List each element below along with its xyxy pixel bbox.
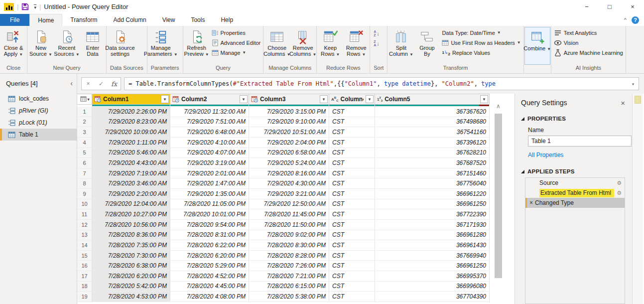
right-edge-scrollbar[interactable] [632, 94, 643, 304]
row-number[interactable]: 4 [77, 138, 92, 148]
maximize-button[interactable]: □ [598, 0, 621, 13]
cell[interactable]: CST [329, 189, 375, 199]
collapse-ribbon-icon[interactable]: ^ [624, 17, 627, 23]
cell[interactable]: 7/29/2020 4:10:00 AM [170, 138, 249, 148]
cell[interactable]: 7/29/2020 2:04:00 PM [249, 138, 329, 148]
group-by-button[interactable]: GroupBy [414, 27, 440, 65]
fx-icon[interactable]: fx [108, 80, 121, 88]
cell[interactable]: 7/28/2020 6:15:00 PM [249, 282, 329, 292]
minimize-button[interactable]: − [575, 0, 598, 13]
cell[interactable]: 7/29/2020 12:50:00 AM [249, 199, 329, 209]
cell[interactable]: 367151460 [375, 168, 490, 178]
cell[interactable]: 7/29/2020 9:10:00 AM [249, 117, 329, 127]
cell[interactable]: 7/28/2020 4:53:00 PM [92, 292, 170, 302]
scrollbar-thumb[interactable] [495, 114, 502, 278]
sort-az-button[interactable]: AZ↓ [374, 30, 380, 37]
step-settings-gear-icon[interactable]: ⚙ [617, 180, 622, 186]
row-number[interactable]: 6 [77, 158, 92, 168]
cell[interactable]: 7/29/2020 5:24:00 AM [249, 158, 329, 168]
cell[interactable]: 7/28/2020 7:35:00 PM [92, 240, 170, 250]
column-filter-icon[interactable]: ▼ [366, 95, 374, 103]
tab-view[interactable]: View [154, 14, 183, 26]
row-number[interactable]: 3 [77, 127, 92, 137]
cell[interactable]: 7/29/2020 1:47:00 AM [170, 178, 249, 188]
cell[interactable]: 367722390 [375, 209, 490, 219]
cell[interactable]: CST [329, 178, 375, 188]
query-item-priver-gi-[interactable]: pRiver (GI) [0, 105, 77, 117]
applied-step-changed-type[interactable]: ×Changed Type [525, 198, 625, 208]
help-icon[interactable]: ? [632, 16, 639, 24]
cell[interactable]: CST [329, 220, 375, 230]
manage-parameters-button[interactable]: ManageParameters ▼ [148, 27, 174, 65]
column-filter-icon[interactable]: ▼ [161, 95, 169, 103]
row-number[interactable]: 9 [77, 189, 92, 199]
row-number[interactable]: 5 [77, 148, 92, 158]
row-number[interactable]: 10 [77, 199, 92, 209]
cell[interactable]: 7/29/2020 3:21:00 AM [249, 189, 329, 199]
cell[interactable]: 7/28/2020 8:28:00 PM [249, 251, 329, 261]
row-number[interactable]: 15 [77, 251, 92, 261]
azure-machine-learning-button[interactable]: Azure Machine Learning [554, 48, 623, 57]
row-number[interactable]: 14 [77, 240, 92, 250]
cell[interactable]: 367367620 [375, 107, 490, 117]
cell[interactable]: 7/29/2020 6:58:00 AM [249, 148, 329, 158]
column-filter-icon[interactable]: ▼ [320, 95, 328, 103]
cell[interactable]: 7/29/2020 2:20:00 AM [92, 189, 170, 199]
cell[interactable]: 7/28/2020 5:42:00 PM [92, 282, 170, 292]
cell[interactable]: 7/29/2020 2:01:00 AM [170, 168, 249, 178]
row-number[interactable]: 17 [77, 271, 92, 281]
recent-sources-button[interactable]: RecentSources ▼ [54, 27, 80, 65]
keep-rows-button[interactable]: KeepRows ▼ [317, 27, 343, 65]
refresh-preview-button[interactable]: RefreshPreview ▼ [184, 27, 210, 65]
tab-help[interactable]: Help [213, 14, 241, 26]
cell[interactable]: 7/28/2020 6:20:00 PM [92, 271, 170, 281]
cell[interactable]: 7/28/2020 7:21:00 PM [249, 271, 329, 281]
cell[interactable]: 7/29/2020 4:07:00 AM [170, 148, 249, 158]
cell[interactable]: 7/29/2020 7:51:00 AM [170, 117, 249, 127]
cell[interactable]: CST [329, 117, 375, 127]
data-source-settings-button[interactable]: Data sourcesettings [107, 27, 133, 65]
cell[interactable]: 7/28/2020 11:45:00 PM [249, 209, 329, 219]
formula-expand-icon[interactable]: ▾ [632, 81, 635, 87]
column-header-column3[interactable]: Column3▼ [249, 94, 329, 104]
close-button[interactable]: × [621, 0, 644, 13]
cell[interactable]: CST [329, 107, 375, 117]
cell[interactable]: 7/29/2020 3:15:00 PM [249, 107, 329, 117]
cell[interactable]: 7/28/2020 4:45:00 PM [170, 282, 249, 292]
delete-step-icon[interactable]: × [529, 199, 533, 206]
cell[interactable]: 7/28/2020 6:20:00 PM [170, 251, 249, 261]
applied-step-extracted-table-from-html[interactable]: Extracted Table From Html⚙ [525, 188, 625, 198]
split-column-button[interactable]: SplitColumn ▼ [388, 27, 414, 65]
cell[interactable]: 7/29/2020 5:46:00 AM [92, 148, 170, 158]
tab-transform[interactable]: Transform [62, 14, 105, 26]
vision-button[interactable]: Vision [554, 38, 623, 47]
collapse-queries-panel-icon[interactable]: ‹ [70, 79, 73, 87]
cell[interactable]: 7/29/2020 12:04:00 AM [92, 199, 170, 209]
cell[interactable]: 7/29/2020 10:09:00 AM [92, 127, 170, 137]
enter-data-button[interactable]: EnterData [80, 27, 106, 65]
new-source-button[interactable]: NewSource ▼ [28, 27, 54, 65]
grid-vertical-scrollbar[interactable]: ∧ [490, 94, 515, 304]
properties-button[interactable]: Properties [212, 28, 261, 37]
remove-rows-button[interactable]: RemoveRows ▼ [343, 27, 369, 65]
cell[interactable]: 367171930 [375, 220, 490, 230]
text-analytics-button[interactable]: Text Analytics [554, 28, 623, 37]
cell[interactable]: 7/28/2020 9:54:00 PM [170, 220, 249, 230]
cell[interactable]: 7/29/2020 11:32:00 AM [170, 107, 249, 117]
data-type-date-time-button[interactable]: Data Type: Date/Time▼ [442, 28, 520, 37]
row-number[interactable]: 8 [77, 178, 92, 188]
cell[interactable]: 7/28/2020 6:38:00 PM [92, 261, 170, 271]
row-number[interactable]: 1 [77, 107, 92, 117]
cell[interactable]: 7/29/2020 4:43:00 AM [92, 158, 170, 168]
cell[interactable]: CST [329, 148, 375, 158]
column-header-column2[interactable]: Column2▼ [170, 94, 249, 104]
all-properties-link[interactable]: All Properties [528, 152, 632, 158]
cell[interactable]: 7/29/2020 3:19:00 AM [170, 158, 249, 168]
cell[interactable]: 7/29/2020 8:23:00 AM [92, 117, 170, 127]
cell[interactable]: 7/28/2020 7:30:00 PM [92, 251, 170, 261]
applied-step-source[interactable]: Source⚙ [525, 178, 625, 188]
query-item-plock-01-[interactable]: pLock (01) [0, 117, 77, 129]
cell[interactable]: 366961280 [375, 230, 490, 240]
cell[interactable]: 366961250 [375, 199, 490, 209]
row-number[interactable]: 12 [77, 220, 92, 230]
